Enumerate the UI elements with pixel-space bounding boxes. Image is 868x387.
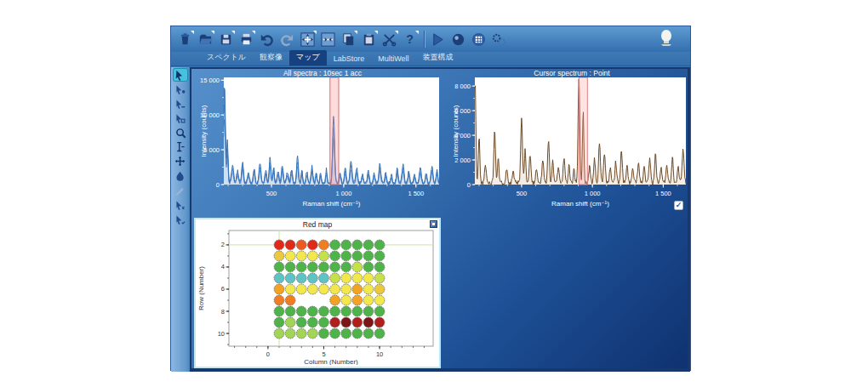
map-well[interactable] xyxy=(319,273,329,283)
map-well[interactable] xyxy=(341,284,351,294)
map-well[interactable] xyxy=(363,328,374,339)
map-well[interactable] xyxy=(330,306,340,316)
cursor-spectrum-checkbox[interactable]: ✓ xyxy=(674,201,683,210)
map-well[interactable] xyxy=(374,317,385,327)
map-well[interactable] xyxy=(296,284,306,294)
save-icon[interactable] xyxy=(216,30,236,49)
map-well[interactable] xyxy=(374,284,385,294)
map-well[interactable] xyxy=(363,284,374,294)
map-well[interactable] xyxy=(285,273,295,283)
map-well[interactable] xyxy=(319,251,329,261)
map-well[interactable] xyxy=(352,317,363,327)
map-well[interactable] xyxy=(319,317,329,327)
cursor-band[interactable] xyxy=(330,77,339,185)
play-icon[interactable] xyxy=(428,30,448,49)
map-well[interactable] xyxy=(341,240,351,250)
all-spectra-plot[interactable]: 05 00010 00015 0005001 0001 500Raman shi… xyxy=(198,77,447,208)
map-well[interactable] xyxy=(307,251,317,261)
map-well[interactable] xyxy=(330,262,340,272)
map-well[interactable] xyxy=(307,273,317,283)
map-well[interactable] xyxy=(352,251,363,261)
settings-icon[interactable] xyxy=(489,30,509,49)
undo-icon[interactable] xyxy=(257,30,277,49)
paint-tool-icon[interactable] xyxy=(173,169,188,183)
map-well[interactable] xyxy=(330,328,340,339)
panel-control-icon[interactable] xyxy=(430,220,437,228)
map-well[interactable] xyxy=(285,284,295,294)
red-map-panel[interactable]: Red map 2468100510Column (Number)Row (Nu… xyxy=(194,218,441,368)
map-well[interactable] xyxy=(363,262,374,272)
fit-width-icon[interactable] xyxy=(318,30,338,49)
map-well[interactable] xyxy=(341,328,351,339)
tab-map[interactable]: マップ xyxy=(289,50,327,65)
red-map-plot[interactable]: 2468100510Column (Number)Row (Number) xyxy=(196,229,437,365)
cursor-band[interactable] xyxy=(579,77,587,185)
map-well[interactable] xyxy=(319,262,329,272)
map-well[interactable] xyxy=(330,295,340,305)
map-well[interactable] xyxy=(352,306,363,316)
annotate-tool-icon[interactable] xyxy=(173,184,188,197)
map-well[interactable] xyxy=(274,328,284,339)
map-well[interactable] xyxy=(363,295,374,305)
map-well[interactable] xyxy=(296,240,306,250)
map-well[interactable] xyxy=(307,317,317,327)
record-icon[interactable] xyxy=(448,30,468,49)
map-well[interactable] xyxy=(341,306,351,316)
trash-icon[interactable] xyxy=(175,30,195,49)
map-well[interactable] xyxy=(274,240,284,250)
map-well[interactable] xyxy=(307,240,317,250)
map-well[interactable] xyxy=(274,295,284,305)
map-well[interactable] xyxy=(341,251,351,261)
print-icon[interactable] xyxy=(237,30,256,49)
map-well[interactable] xyxy=(352,240,363,250)
map-well[interactable] xyxy=(285,240,295,250)
expand-axes-icon[interactable] xyxy=(298,30,317,49)
open-folder-icon[interactable] xyxy=(196,30,215,49)
map-well[interactable] xyxy=(363,240,374,250)
help-icon[interactable]: ? xyxy=(400,30,420,49)
tab-image[interactable]: 観察像 xyxy=(253,50,289,65)
map-well[interactable] xyxy=(374,273,385,283)
cursor-point-tool-icon[interactable] xyxy=(173,83,188,96)
map-well[interactable] xyxy=(363,306,374,316)
map-well[interactable] xyxy=(363,273,374,283)
cursor-line-tool-icon[interactable] xyxy=(173,97,188,111)
paste-icon[interactable] xyxy=(359,30,379,49)
map-well[interactable] xyxy=(374,240,385,250)
tab-装置構成[interactable]: 装置構成 xyxy=(416,50,460,65)
map-well[interactable] xyxy=(352,295,363,305)
map-well[interactable] xyxy=(319,240,329,250)
map-well[interactable] xyxy=(274,273,284,283)
map-well[interactable] xyxy=(307,284,317,294)
cursor-multi-tool-icon[interactable] xyxy=(173,198,188,212)
map-well[interactable] xyxy=(296,328,306,339)
pointer-tool-icon[interactable] xyxy=(173,68,188,82)
map-well[interactable] xyxy=(274,306,284,316)
table-icon[interactable] xyxy=(469,30,488,49)
map-well[interactable] xyxy=(330,251,340,261)
map-well[interactable] xyxy=(307,328,317,339)
map-well[interactable] xyxy=(274,317,284,327)
tab-labstore[interactable]: LabStore xyxy=(327,53,372,65)
map-well[interactable] xyxy=(296,273,306,283)
map-well[interactable] xyxy=(374,306,385,316)
map-well[interactable] xyxy=(296,251,306,261)
map-well[interactable] xyxy=(330,284,340,294)
map-well[interactable] xyxy=(285,328,295,339)
cursor-area-tool-icon[interactable] xyxy=(173,111,188,125)
map-well[interactable] xyxy=(341,262,351,272)
map-well[interactable] xyxy=(274,262,284,272)
pan-tool-icon[interactable] xyxy=(173,155,188,168)
map-well[interactable] xyxy=(352,273,363,283)
cursor-select-tool-icon[interactable] xyxy=(173,213,188,226)
map-well[interactable] xyxy=(296,306,306,316)
tools-icon[interactable] xyxy=(380,30,399,49)
map-well[interactable] xyxy=(374,328,385,339)
map-well[interactable] xyxy=(319,284,329,294)
map-well[interactable] xyxy=(363,251,374,261)
map-well[interactable] xyxy=(341,295,351,305)
redo-icon[interactable] xyxy=(277,30,297,49)
map-well[interactable] xyxy=(285,317,295,327)
cursor-spectrum-plot[interactable]: 02 0004 0006 0008 0005001 0001 500Raman … xyxy=(450,77,694,208)
zoom-tool-icon[interactable] xyxy=(173,126,188,139)
